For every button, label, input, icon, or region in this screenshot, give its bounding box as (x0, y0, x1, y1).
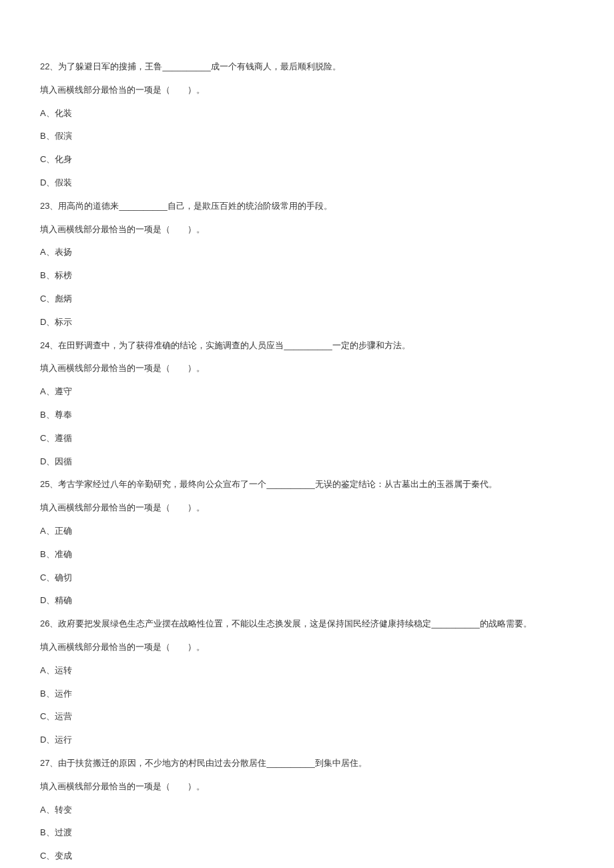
question-option[interactable]: B、运作 (40, 687, 574, 701)
question-option[interactable]: B、准确 (40, 548, 574, 562)
question-text: 24、在田野调查中，为了获得准确的结论，实施调查的人员应当__________一… (40, 339, 574, 353)
question-prompt: 填入画横线部分最恰当的一项是（ ）。 (40, 780, 574, 794)
question-option[interactable]: A、正确 (40, 524, 574, 538)
question-prompt: 填入画横线部分最恰当的一项是（ ）。 (40, 501, 574, 515)
question-option[interactable]: C、变成 (40, 849, 574, 863)
question-option[interactable]: B、假演 (40, 129, 574, 143)
question-option[interactable]: A、转变 (40, 803, 574, 817)
question-option[interactable]: A、表扬 (40, 246, 574, 260)
question-option[interactable]: C、化身 (40, 153, 574, 167)
question-option[interactable]: C、运营 (40, 710, 574, 724)
question-option[interactable]: D、运行 (40, 733, 574, 747)
question-option[interactable]: A、化装 (40, 107, 574, 121)
question-option[interactable]: C、遵循 (40, 432, 574, 446)
question-prompt: 填入画横线部分最恰当的一项是（ ）。 (40, 640, 574, 655)
question-text: 27、由于扶贫搬迁的原因，不少地方的村民由过去分散居住__________到集中… (40, 757, 574, 771)
question-text: 22、为了躲避日军的搜捕，王鲁__________成一个有钱商人，最后顺利脱险。 (40, 60, 574, 74)
question-option[interactable]: A、运转 (40, 664, 574, 678)
question-option[interactable]: D、精确 (40, 594, 574, 608)
question-option[interactable]: B、标榜 (40, 269, 574, 283)
question-prompt: 填入画横线部分最恰当的一项是（ ）。 (40, 223, 574, 237)
question-option[interactable]: D、假装 (40, 176, 574, 190)
question-text: 26、政府要把发展绿色生态产业摆在战略性位置，不能以生态换发展，这是保持国民经济… (40, 617, 574, 631)
question-option[interactable]: D、标示 (40, 316, 574, 330)
question-option[interactable]: B、尊奉 (40, 408, 574, 422)
question-option[interactable]: B、过渡 (40, 826, 574, 840)
question-option[interactable]: D、因循 (40, 455, 574, 469)
question-text: 23、用高尚的道德来__________自己，是欺压百姓的统治阶级常用的手段。 (40, 199, 574, 213)
question-option[interactable]: A、遵守 (40, 385, 574, 399)
question-prompt: 填入画横线部分最恰当的一项是（ ）。 (40, 362, 574, 376)
question-prompt: 填入画横线部分最恰当的一项是（ ）。 (40, 83, 574, 97)
question-text: 25、考古学家经过八年的辛勤研究，最终向公众宣布了一个__________无误的… (40, 478, 574, 492)
question-option[interactable]: C、确切 (40, 571, 574, 585)
question-option[interactable]: C、彪炳 (40, 292, 574, 306)
